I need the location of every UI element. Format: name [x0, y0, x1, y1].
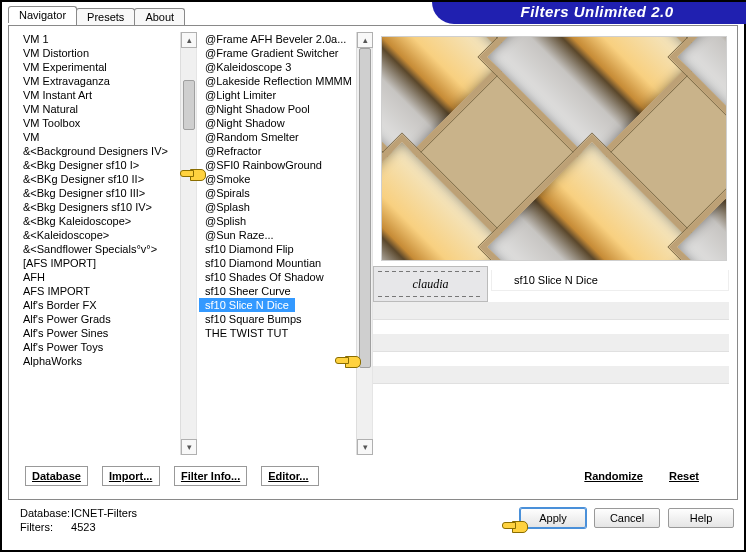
list-item[interactable]: Alf's Power Toys — [17, 340, 196, 354]
category-list[interactable]: VM 1VM DistortionVM ExperimentalVM Extra… — [15, 32, 197, 455]
list-item[interactable]: Alf's Power Grads — [17, 312, 196, 326]
list-item[interactable]: [AFS IMPORT] — [17, 256, 196, 270]
filter-list[interactable]: @Frame AFH Beveler 2.0a...@Frame Gradien… — [197, 32, 373, 455]
action-buttons: Apply Cancel Help — [520, 508, 734, 528]
scroll-up-icon[interactable]: ▴ — [181, 32, 197, 48]
list-item[interactable]: Alf's Border FX — [17, 298, 196, 312]
list-item[interactable]: @Splish — [199, 214, 372, 228]
app-title: Filters Unlimited 2.0 — [432, 2, 746, 24]
database-value: ICNET-Filters — [71, 507, 137, 519]
list-item[interactable]: @Refractor — [199, 144, 372, 158]
list-item[interactable]: AFS IMPORT — [17, 284, 196, 298]
list-item[interactable]: @Light Limiter — [199, 88, 372, 102]
param-row[interactable] — [373, 334, 729, 352]
list-item[interactable]: THE TWIST TUT — [199, 326, 372, 340]
apply-button[interactable]: Apply — [520, 508, 586, 528]
preview-column: claudia sf10 Slice N Dice — [373, 32, 731, 455]
list-item[interactable]: @Kaleidoscope 3 — [199, 60, 372, 74]
list-item[interactable]: sf10 Slice N Dice — [199, 298, 295, 312]
list-item[interactable]: @Night Shadow — [199, 116, 372, 130]
list-item[interactable]: sf10 Diamond Flip — [199, 242, 372, 256]
list-item[interactable]: &<Bkg Designer sf10 I> — [17, 158, 196, 172]
database-button[interactable]: Database — [25, 466, 88, 486]
scroll-down-icon[interactable]: ▾ — [181, 439, 197, 455]
cancel-button[interactable]: Cancel — [594, 508, 660, 528]
list-item[interactable]: @Lakeside Reflection MMMM — [199, 74, 372, 88]
list-item[interactable]: @Spirals — [199, 186, 372, 200]
randomize-button[interactable]: Randomize — [578, 467, 649, 485]
filters-value: 4523 — [71, 521, 95, 533]
list-item[interactable]: VM Distortion — [17, 46, 196, 60]
list-item[interactable]: @Splash — [199, 200, 372, 214]
filter-scrollbar[interactable]: ▴ ▾ — [356, 32, 372, 455]
param-row[interactable] — [373, 302, 729, 320]
list-item[interactable]: @Frame Gradient Switcher — [199, 46, 372, 60]
list-item[interactable]: &<Kaleidoscope> — [17, 228, 196, 242]
reset-button[interactable]: Reset — [663, 467, 721, 485]
list-item[interactable]: sf10 Sheer Curve — [199, 284, 372, 298]
editor-button[interactable]: Editor... — [261, 466, 319, 486]
scroll-thumb[interactable] — [359, 48, 371, 368]
list-item[interactable]: @Frame AFH Beveler 2.0a... — [199, 32, 372, 46]
window-frame: Filters Unlimited 2.0 Navigator Presets … — [0, 0, 746, 552]
list-item[interactable]: sf10 Diamond Mountian — [199, 256, 372, 270]
panel-linkbar: Database Import... Filter Info... Editor… — [25, 461, 721, 491]
list-item[interactable]: sf10 Square Bumps — [199, 312, 372, 326]
param-row[interactable] — [373, 366, 729, 384]
scroll-thumb[interactable] — [183, 80, 195, 130]
list-item[interactable]: sf10 Shades Of Shadow — [199, 270, 372, 284]
list-item[interactable]: &<Bkg Kaleidoscope> — [17, 214, 196, 228]
selected-filter-name: sf10 Slice N Dice — [491, 270, 729, 291]
list-item[interactable]: @SFI0 RainbowGround — [199, 158, 372, 172]
list-item[interactable]: VM Natural — [17, 102, 196, 116]
list-item[interactable]: VM — [17, 130, 196, 144]
list-item[interactable]: &<Sandflower Specials°v°> — [17, 242, 196, 256]
list-item[interactable]: VM Experimental — [17, 60, 196, 74]
list-item[interactable]: AlphaWorks — [17, 354, 196, 368]
list-item[interactable]: Alf's Power Sines — [17, 326, 196, 340]
tab-row: Navigator Presets About — [8, 6, 184, 23]
tab-navigator[interactable]: Navigator — [8, 6, 77, 23]
list-item[interactable]: &<Bkg Designer sf10 III> — [17, 186, 196, 200]
help-button[interactable]: Help — [668, 508, 734, 528]
category-scrollbar[interactable]: ▴ ▾ — [180, 32, 196, 455]
main-panel: VM 1VM DistortionVM ExperimentalVM Extra… — [8, 25, 738, 500]
list-item[interactable]: VM Instant Art — [17, 88, 196, 102]
list-item[interactable]: VM Extravaganza — [17, 74, 196, 88]
tab-about[interactable]: About — [134, 8, 185, 25]
effect-preview — [381, 36, 727, 261]
list-item[interactable]: &<Background Designers IV> — [17, 144, 196, 158]
list-item[interactable]: @Random Smelter — [199, 130, 372, 144]
footer: Database: ICNET-Filters Filters: 4523 Ap… — [12, 504, 734, 544]
list-item[interactable]: @Night Shadow Pool — [199, 102, 372, 116]
tab-presets[interactable]: Presets — [76, 8, 135, 25]
status-info: Database: ICNET-Filters Filters: 4523 — [20, 506, 137, 534]
list-item[interactable]: AFH — [17, 270, 196, 284]
scroll-up-icon[interactable]: ▴ — [357, 32, 373, 48]
import-button[interactable]: Import... — [102, 466, 160, 486]
list-item[interactable]: VM 1 — [17, 32, 196, 46]
filters-label: Filters: — [20, 520, 68, 534]
list-item[interactable]: VM Toolbox — [17, 116, 196, 130]
scroll-down-icon[interactable]: ▾ — [357, 439, 373, 455]
list-item[interactable]: @Sun Raze... — [199, 228, 372, 242]
filter-info-button[interactable]: Filter Info... — [174, 466, 247, 486]
list-item[interactable]: &<BKg Designer sf10 II> — [17, 172, 196, 186]
list-item[interactable]: &<Bkg Designers sf10 IV> — [17, 200, 196, 214]
database-label: Database: — [20, 506, 68, 520]
author-signature: claudia — [373, 266, 488, 302]
list-item[interactable]: @Smoke — [199, 172, 372, 186]
